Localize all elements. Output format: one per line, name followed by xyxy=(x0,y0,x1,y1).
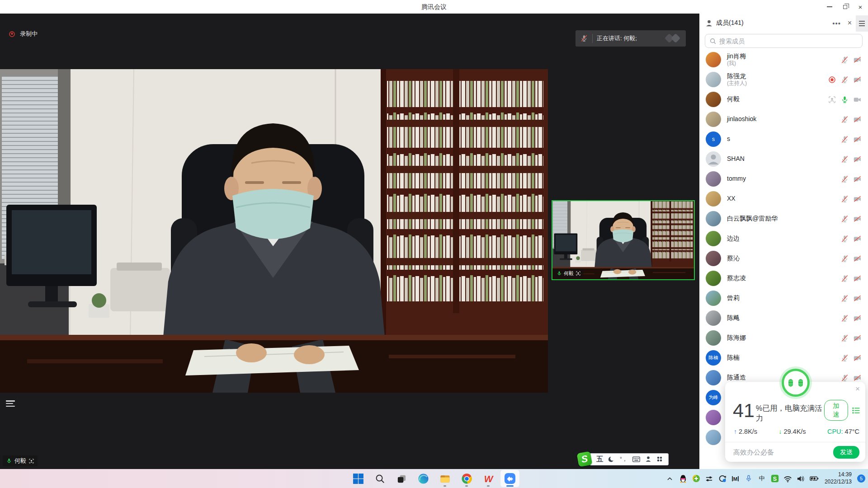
task-view-button[interactable] xyxy=(392,470,411,487)
qq-icon[interactable] xyxy=(679,473,688,484)
member-status-icons xyxy=(840,175,862,183)
volume-icon[interactable] xyxy=(797,473,806,484)
mic-off-icon xyxy=(840,215,849,223)
member-row[interactable]: 白云飘飘@雷励华 xyxy=(699,209,868,229)
panel-menu-icon[interactable] xyxy=(856,15,868,32)
member-name: 陈海娜 xyxy=(727,334,746,342)
member-row[interactable]: 蔡沁 xyxy=(699,249,868,268)
file-explorer-button[interactable] xyxy=(435,470,454,487)
wifi-icon[interactable] xyxy=(783,473,793,484)
svg-text:S: S xyxy=(773,476,777,482)
member-row[interactable]: tommy xyxy=(699,169,868,189)
accelerate-button[interactable]: 加速 xyxy=(824,400,848,421)
cpu-temperature: 47°C xyxy=(845,428,859,435)
sogou-icon[interactable]: S xyxy=(770,473,779,484)
member-row[interactable]: s s xyxy=(699,129,868,149)
ime-user-icon[interactable] xyxy=(645,456,651,462)
self-view-thumbnail[interactable]: 何毅 xyxy=(552,200,695,280)
sliders-icon[interactable] xyxy=(705,473,714,484)
popup-close-icon[interactable]: × xyxy=(855,385,860,394)
member-row[interactable]: 蔡志凌 xyxy=(699,268,868,288)
main-video-feed[interactable] xyxy=(0,69,548,393)
camera-off-icon xyxy=(853,354,862,362)
recording-indicator: 录制中 xyxy=(9,30,38,38)
member-status-icons xyxy=(828,95,862,104)
ime-keyboard-icon[interactable] xyxy=(632,456,640,462)
chrome-button[interactable] xyxy=(457,470,476,487)
member-search-input[interactable] xyxy=(719,38,858,45)
member-name: 边边 xyxy=(727,235,740,243)
member-row[interactable]: jinlaoshiok xyxy=(699,109,868,129)
wps-button[interactable]: W xyxy=(479,470,498,487)
member-status-icons xyxy=(840,235,862,243)
member-row[interactable]: 陈海娜 xyxy=(699,328,868,348)
recording-icon xyxy=(828,75,836,84)
camera-on-icon xyxy=(853,95,862,104)
imindmap-icon[interactable]: M xyxy=(731,473,740,484)
members-panel-header: 成员(141) ••• × xyxy=(699,14,868,33)
member-avatar xyxy=(706,171,721,187)
titlebar: 腾讯会议 × xyxy=(0,0,868,14)
ime-zh-icon[interactable]: 中 xyxy=(757,473,766,484)
member-row[interactable]: 曾莉 xyxy=(699,288,868,308)
clock-date: 2022/12/13 xyxy=(825,479,852,486)
task-list-icon[interactable] xyxy=(852,407,860,414)
member-status-icons xyxy=(840,354,862,362)
layout-toggle-button[interactable] xyxy=(5,399,15,408)
memory-usage-percent: 41 xyxy=(733,401,755,420)
meeting-stage: 录制中 正在讲话: 何毅; xyxy=(0,14,699,469)
member-avatar xyxy=(706,191,721,206)
ime-mode-toggle[interactable]: 五 xyxy=(596,455,603,464)
member-row[interactable]: 陈飚 xyxy=(699,308,868,328)
mic-off-icon xyxy=(840,115,849,124)
restore-button[interactable] xyxy=(837,0,853,14)
assistant-smiley-icon[interactable] xyxy=(782,369,810,397)
member-row[interactable]: jin肖梅 (我) xyxy=(699,50,868,70)
microphone-icon[interactable] xyxy=(744,473,753,484)
camera-off-icon xyxy=(853,334,862,343)
start-button[interactable] xyxy=(349,470,368,487)
member-sub-label: (我) xyxy=(727,60,746,67)
member-row[interactable]: 陈楠 陈楠 xyxy=(699,348,868,368)
send-button[interactable]: 发送 xyxy=(833,446,859,459)
member-row[interactable]: 何毅 xyxy=(699,89,868,109)
ime-punctuation-toggle[interactable]: °， xyxy=(620,455,627,463)
member-avatar: 为峰 xyxy=(706,390,721,405)
360-safe-icon[interactable] xyxy=(692,473,701,484)
member-status-icons xyxy=(840,374,862,382)
ime-toolbox-icon[interactable] xyxy=(656,456,663,462)
mic-off-icon xyxy=(840,294,849,303)
portrait-icon xyxy=(576,271,581,276)
member-row[interactable]: 边边 xyxy=(699,229,868,249)
sogou-logo-icon[interactable]: S xyxy=(577,451,593,467)
more-options-icon[interactable]: ••• xyxy=(832,14,841,33)
member-row[interactable]: XX xyxy=(699,189,868,209)
battery-icon[interactable] xyxy=(810,473,819,484)
member-name: jin肖梅 xyxy=(727,52,746,61)
member-row[interactable]: SHAN xyxy=(699,149,868,169)
member-row[interactable]: 陈强龙 (主持人) xyxy=(699,70,868,89)
close-button[interactable]: × xyxy=(853,0,868,14)
mic-off-icon xyxy=(840,314,849,323)
recording-label: 录制中 xyxy=(20,30,38,38)
panel-close-icon[interactable]: × xyxy=(848,14,852,33)
tray-expand-icon[interactable] xyxy=(665,473,675,484)
sync-icon[interactable] xyxy=(718,473,727,484)
search-button[interactable] xyxy=(370,470,389,487)
tencent-meeting-button[interactable] xyxy=(500,470,519,487)
mic-on-icon xyxy=(840,95,849,104)
assistant-search-input[interactable] xyxy=(733,448,830,456)
mic-off-icon xyxy=(840,195,849,203)
ime-moon-icon[interactable] xyxy=(608,456,615,463)
member-avatar xyxy=(706,310,721,326)
download-speed: 29.4K/s xyxy=(783,428,806,435)
focus-icon xyxy=(828,95,836,104)
minimize-button[interactable] xyxy=(822,0,837,14)
divider xyxy=(592,34,593,43)
taskbar-clock[interactable]: 14:39 2022/12/13 xyxy=(825,471,852,485)
edge-button[interactable] xyxy=(414,470,433,487)
mic-off-icon xyxy=(840,354,849,362)
camera-off-icon xyxy=(853,56,862,64)
notification-badge[interactable]: 5 xyxy=(857,474,865,483)
self-video-feed xyxy=(552,201,694,279)
